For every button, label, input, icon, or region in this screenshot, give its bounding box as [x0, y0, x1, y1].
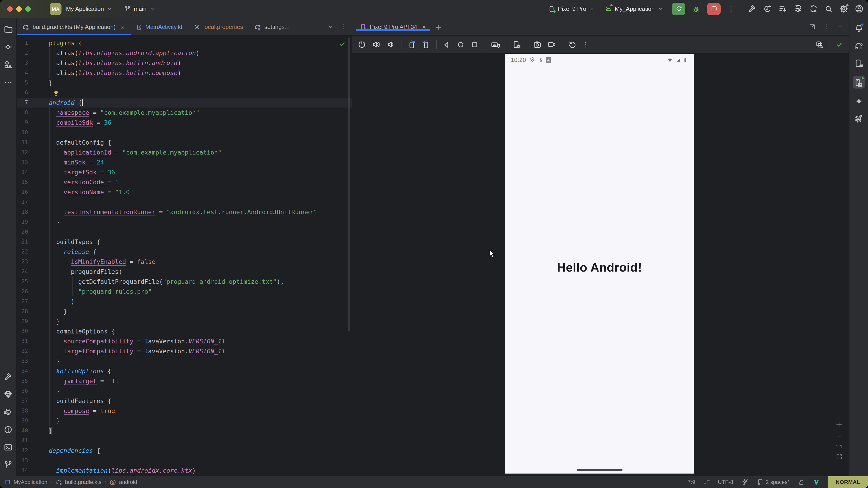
- code-line[interactable]: 17: [17, 197, 352, 207]
- line-number[interactable]: 12: [17, 147, 28, 157]
- line-number[interactable]: 1: [17, 38, 28, 48]
- editor-options-kebab-icon[interactable]: [340, 24, 347, 30]
- vcs-branch-selector[interactable]: main: [124, 5, 155, 12]
- line-number[interactable]: 8: [17, 107, 28, 118]
- breadcrumb-module[interactable]: MyApplication: [4, 479, 47, 485]
- device-selector[interactable]: Pixel 9 Pro: [548, 5, 595, 12]
- code-line[interactable]: 19 }: [17, 217, 352, 227]
- apply-code-changes-button[interactable]: [778, 4, 787, 13]
- code-line[interactable]: 18 testInstrumentationRunner = "androidx…: [17, 207, 352, 217]
- code-line[interactable]: 39 }: [17, 416, 352, 426]
- gesture-home-indicator[interactable]: [577, 469, 622, 471]
- code-line[interactable]: 10: [17, 127, 352, 137]
- code-line[interactable]: 32 targetCompatibility = JavaVersion.VER…: [17, 346, 352, 356]
- code-line[interactable]: 36 }: [17, 386, 352, 396]
- tab-local-properties[interactable]: local.properties: [188, 19, 248, 35]
- line-number[interactable]: 20: [17, 227, 28, 237]
- line-number[interactable]: 26: [17, 287, 28, 296]
- code-line[interactable]: 30 compileOptions {: [17, 326, 352, 336]
- tab-list-chevron-icon[interactable]: [327, 24, 334, 30]
- line-number[interactable]: 22: [17, 247, 28, 257]
- stop-button[interactable]: [707, 2, 721, 15]
- ai-completion-off-button[interactable]: [741, 479, 749, 486]
- readonly-toggle[interactable]: [798, 479, 804, 486]
- toolwindow-version-control-button[interactable]: [4, 460, 13, 469]
- line-number[interactable]: 39: [17, 416, 28, 426]
- code-line[interactable]: 12 applicationId = "com.example.myapplic…: [17, 147, 352, 157]
- encoding-widget[interactable]: UTF-8: [718, 479, 733, 485]
- editor-scrollbar[interactable]: [348, 37, 350, 331]
- toolwindow-app-quality-insights-button[interactable]: [4, 390, 13, 399]
- toolwindow-problems-button[interactable]: [4, 425, 13, 434]
- toolwindow-gradle-button[interactable]: [854, 41, 864, 51]
- debug-button[interactable]: [692, 5, 700, 13]
- code-line[interactable]: 16 versionName = "1.0": [17, 187, 352, 197]
- code-line[interactable]: 7android {: [17, 98, 352, 107]
- toolwindow-build-button[interactable]: [4, 372, 13, 381]
- attach-debugger-button[interactable]: [794, 4, 802, 13]
- code-line[interactable]: 24 proguardFiles(: [17, 267, 352, 276]
- line-number[interactable]: 38: [17, 406, 28, 416]
- line-number[interactable]: 4: [17, 68, 28, 78]
- code-line[interactable]: 33 }: [17, 356, 352, 366]
- code-line[interactable]: 3 alias(libs.plugins.kotlin.android): [17, 58, 352, 68]
- toolwindow-project-button[interactable]: [4, 25, 13, 34]
- line-number[interactable]: 32: [17, 346, 28, 356]
- restart-device-icon[interactable]: [568, 40, 577, 48]
- code-line[interactable]: 26 "proguard-rules.pro": [17, 287, 352, 296]
- code-line[interactable]: 37 buildFeatures {: [17, 396, 352, 406]
- intention-lightbulb-icon[interactable]: [53, 89, 60, 96]
- breadcrumb-file[interactable]: build.gradle.kts: [55, 479, 101, 486]
- line-number[interactable]: 33: [17, 356, 28, 366]
- zoom-out-icon[interactable]: [835, 432, 843, 440]
- toolwindow-commit-button[interactable]: [4, 42, 13, 52]
- line-number[interactable]: 14: [17, 167, 28, 177]
- line-number[interactable]: 15: [17, 177, 28, 187]
- line-number[interactable]: 17: [17, 197, 28, 207]
- line-number[interactable]: 37: [17, 396, 28, 406]
- toolwindow-gemini-button[interactable]: [854, 97, 863, 106]
- code-line[interactable]: 44 implementation(libs.androidx.core.ktx…: [17, 465, 352, 475]
- toolwindow-device-manager-button[interactable]: [854, 59, 863, 68]
- more-toolwindows-button[interactable]: [4, 78, 12, 86]
- line-number[interactable]: 31: [17, 336, 28, 346]
- gradle-sync-button[interactable]: [809, 4, 818, 13]
- window-minimize-button[interactable]: [16, 6, 22, 11]
- code-line[interactable]: 20: [17, 227, 352, 237]
- notifications-button[interactable]: [854, 24, 863, 33]
- indent-widget[interactable]: 2 spaces*: [757, 479, 789, 486]
- code-line[interactable]: 23 isMinifyEnabled = false: [17, 257, 352, 267]
- zoom-in-icon[interactable]: [835, 421, 843, 428]
- volume-down-icon[interactable]: [386, 40, 395, 49]
- android-overview-icon[interactable]: [471, 40, 479, 48]
- code-line[interactable]: 2 alias(libs.plugins.android.application…: [17, 48, 352, 58]
- tab-settings-gradle[interactable]: settings.g: [249, 19, 295, 35]
- code-line[interactable]: 11 defaultConfig {: [17, 137, 352, 147]
- line-number[interactable]: 6: [17, 88, 28, 98]
- code-line[interactable]: 41: [17, 435, 352, 446]
- screenshot-camera-icon[interactable]: [533, 40, 541, 49]
- rerun-app-button[interactable]: [672, 2, 685, 15]
- code-line[interactable]: 40}: [17, 426, 352, 435]
- add-device-tab-button[interactable]: [435, 23, 442, 31]
- line-number[interactable]: 10: [17, 127, 28, 137]
- close-icon[interactable]: [421, 24, 427, 30]
- line-number[interactable]: 24: [17, 267, 28, 276]
- toolwindow-assistant-button[interactable]: [854, 114, 863, 123]
- code-line[interactable]: 35 jvmTarget = "11": [17, 376, 352, 386]
- code-line[interactable]: 31 sourceCompatibility = JavaVersion.VER…: [17, 336, 352, 346]
- hardware-input-icon[interactable]: [491, 40, 500, 49]
- code-line[interactable]: 5}: [17, 78, 352, 88]
- code-line[interactable]: 1plugins {: [17, 38, 352, 48]
- caret-position-widget[interactable]: 7:9: [688, 479, 695, 485]
- code-line[interactable]: 13 minSdk = 24: [17, 157, 352, 167]
- breadcrumb-element[interactable]: android: [110, 479, 137, 486]
- code-line[interactable]: 27 ): [17, 296, 352, 306]
- android-back-icon[interactable]: [442, 40, 451, 48]
- code-line[interactable]: 6: [17, 88, 352, 98]
- code-line[interactable]: 42dependencies {: [17, 446, 352, 455]
- tab-mainactivity[interactable]: MainActivity.kt: [130, 19, 188, 35]
- line-number[interactable]: 40: [17, 426, 28, 435]
- line-number[interactable]: 9: [17, 118, 28, 127]
- line-number[interactable]: 41: [17, 435, 28, 446]
